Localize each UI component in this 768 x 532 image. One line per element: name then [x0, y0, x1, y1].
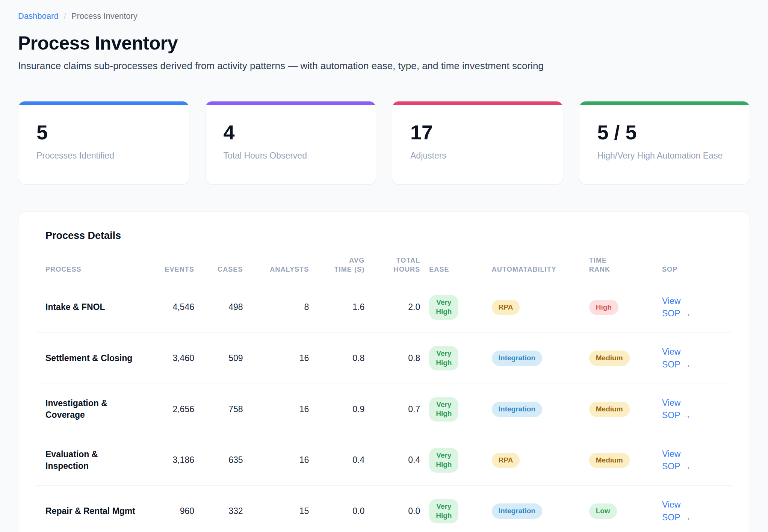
- process-name: Evaluation & Inspection: [36, 435, 148, 486]
- stat-accent-bar: [206, 101, 376, 105]
- table-row: Investigation & Coverage 2,656 758 16 0.…: [36, 384, 732, 435]
- stat-label: Adjusters: [410, 150, 545, 162]
- total-hours-value: 0.4: [373, 435, 429, 486]
- events-value: 4,546: [148, 282, 203, 333]
- events-value: 2,656: [148, 384, 203, 435]
- stat-card-total-hours: 4 Total Hours Observed: [205, 101, 376, 184]
- table-row: Settlement & Closing 3,460 509 16 0.8 0.…: [36, 333, 732, 384]
- stat-label: Total Hours Observed: [224, 150, 358, 162]
- stat-value: 5: [36, 121, 171, 144]
- events-value: 960: [148, 486, 203, 532]
- avg-time-value: 0.8: [318, 333, 373, 384]
- table-header-row: PROCESS EVENTS CASES ANALYSTS AVG TIME (…: [36, 256, 732, 282]
- process-details-card: Process Details PROCESS EVENTS CASES ANA…: [18, 212, 750, 532]
- total-hours-value: 2.0: [373, 282, 429, 333]
- ease-badge: Very High: [429, 448, 458, 472]
- col-header-time-rank: TIME RANK: [589, 256, 662, 282]
- time-rank-badge: Low: [589, 503, 617, 519]
- process-inventory-page: Dashboard / Process Inventory Process In…: [0, 0, 768, 532]
- analysts-value: 16: [252, 333, 318, 384]
- avg-time-value: 1.6: [318, 282, 373, 333]
- automatability-badge: Integration: [492, 402, 542, 417]
- cases-value: 635: [203, 435, 252, 486]
- page-subtitle: Insurance claims sub-processes derived f…: [18, 60, 750, 72]
- ease-badge: Very High: [429, 295, 458, 319]
- col-header-ease: EASE: [429, 256, 492, 282]
- process-details-title: Process Details: [36, 230, 732, 242]
- avg-time-value: 0.9: [318, 384, 373, 435]
- view-sop-link[interactable]: View SOP →: [662, 448, 694, 473]
- col-header-automatability: AUTOMATABILITY: [492, 256, 589, 282]
- events-value: 3,186: [148, 435, 203, 486]
- stat-value: 17: [410, 121, 545, 144]
- process-name: Settlement & Closing: [36, 333, 148, 384]
- total-hours-value: 0.0: [373, 486, 429, 532]
- automatability-badge: RPA: [492, 453, 520, 468]
- view-sop-link[interactable]: View SOP →: [662, 499, 694, 524]
- page-title: Process Inventory: [18, 32, 750, 54]
- ease-badge: Very High: [429, 397, 458, 422]
- col-header-sop: SOP: [662, 256, 732, 282]
- stat-card-processes: 5 Processes Identified: [18, 101, 189, 184]
- stat-label: High/Very High Automation Ease: [597, 150, 732, 162]
- stat-accent-bar: [579, 101, 750, 105]
- stat-accent-bar: [392, 101, 563, 105]
- col-header-total-hours: TOTAL HOURS: [373, 256, 429, 282]
- automatability-badge: Integration: [492, 351, 542, 366]
- automatability-badge: Integration: [492, 503, 542, 519]
- total-hours-value: 0.7: [373, 384, 429, 435]
- process-name: Repair & Rental Mgmt: [36, 486, 148, 532]
- col-header-events: EVENTS: [148, 256, 203, 282]
- stat-card-automation-ease: 5 / 5 High/Very High Automation Ease: [579, 101, 750, 184]
- stat-accent-bar: [18, 101, 189, 105]
- col-header-avg-time: AVG TIME (S): [318, 256, 373, 282]
- col-header-cases: CASES: [203, 256, 252, 282]
- view-sop-link[interactable]: View SOP →: [662, 397, 694, 422]
- automatability-badge: RPA: [492, 300, 520, 315]
- stat-value: 5 / 5: [597, 121, 732, 144]
- analysts-value: 16: [252, 435, 318, 486]
- view-sop-link[interactable]: View SOP →: [662, 346, 694, 371]
- analysts-value: 8: [252, 282, 318, 333]
- breadcrumb: Dashboard / Process Inventory: [18, 11, 750, 21]
- ease-badge: Very High: [429, 499, 458, 523]
- avg-time-value: 0.0: [318, 486, 373, 532]
- stat-cards: 5 Processes Identified 4 Total Hours Obs…: [18, 101, 750, 184]
- stat-card-adjusters: 17 Adjusters: [392, 101, 563, 184]
- process-name: Intake & FNOL: [36, 282, 148, 333]
- process-table: PROCESS EVENTS CASES ANALYSTS AVG TIME (…: [36, 256, 732, 532]
- cases-value: 509: [203, 333, 252, 384]
- breadcrumb-current: Process Inventory: [71, 11, 138, 21]
- table-row: Intake & FNOL 4,546 498 8 1.6 2.0 Very H…: [36, 282, 732, 333]
- stat-value: 4: [224, 121, 358, 144]
- time-rank-badge: Medium: [589, 453, 630, 468]
- ease-badge: Very High: [429, 346, 458, 370]
- process-table-body: Intake & FNOL 4,546 498 8 1.6 2.0 Very H…: [36, 282, 732, 532]
- analysts-value: 15: [252, 486, 318, 532]
- analysts-value: 16: [252, 384, 318, 435]
- col-header-analysts: ANALYSTS: [252, 256, 318, 282]
- table-row: Evaluation & Inspection 3,186 635 16 0.4…: [36, 435, 732, 486]
- stat-label: Processes Identified: [36, 150, 171, 162]
- col-header-process: PROCESS: [36, 256, 148, 282]
- time-rank-badge: Medium: [589, 402, 630, 417]
- process-name: Investigation & Coverage: [36, 384, 148, 435]
- cases-value: 332: [203, 486, 252, 532]
- time-rank-badge: Medium: [589, 351, 630, 366]
- breadcrumb-separator: /: [64, 11, 66, 21]
- cases-value: 758: [203, 384, 252, 435]
- cases-value: 498: [203, 282, 252, 333]
- view-sop-link[interactable]: View SOP →: [662, 295, 694, 320]
- total-hours-value: 0.8: [373, 333, 429, 384]
- table-row: Repair & Rental Mgmt 960 332 15 0.0 0.0 …: [36, 486, 732, 532]
- avg-time-value: 0.4: [318, 435, 373, 486]
- time-rank-badge: High: [589, 300, 618, 315]
- events-value: 3,460: [148, 333, 203, 384]
- breadcrumb-dashboard-link[interactable]: Dashboard: [18, 11, 59, 21]
